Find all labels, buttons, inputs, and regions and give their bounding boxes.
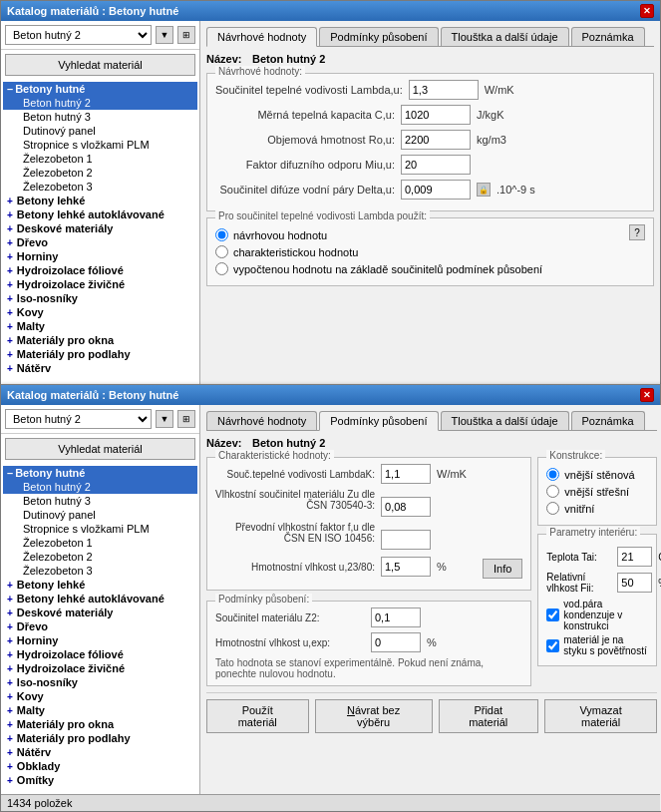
window1-faktor-input[interactable] (401, 155, 471, 175)
window2-item-dutinovy-panel[interactable]: Dutinový panel (3, 508, 197, 522)
window2-tab-podminy[interactable]: Podmínky působení (319, 411, 438, 431)
window2-group-hydrofoliove[interactable]: + Hydroizolace fóliové (3, 647, 197, 661)
window2-vlhkostni-input[interactable] (381, 497, 431, 517)
window2-checkbox1-input[interactable] (546, 609, 559, 621)
window1-tab-navrhove[interactable]: Návrhové hodnoty (206, 27, 317, 47)
window2-prevodni-input[interactable] (381, 530, 431, 550)
window2-group-hydrozivicne[interactable]: + Hydroizolace živičné (3, 661, 197, 675)
window1-tab-tloustka[interactable]: Tlouštka a další údaje (441, 27, 569, 46)
window1-lambda-input[interactable] (409, 80, 479, 100)
window1-item-zelezobeton2[interactable]: Železobeton 2 (3, 166, 197, 180)
window2-pouzit-button[interactable]: Použít materiál (206, 699, 309, 733)
window1-radio-vypoctenou-input[interactable] (215, 262, 228, 275)
window2-sidebar-top: Beton hutný 2 ▼ ⊞ (1, 405, 199, 434)
window2-podminek-title: Podmínky působení: (215, 594, 312, 605)
window1-merna-unit: J/kgK (477, 109, 516, 121)
window2-vymazat-button[interactable]: Vymazat materiál (544, 699, 658, 733)
window2-item-zelezobeton1[interactable]: Železobeton 1 (3, 536, 197, 550)
window1-group-betony-lehke-auto[interactable]: + Betony lehké autoklávované (3, 207, 197, 221)
window2-material-dropdown[interactable]: Beton hutný 2 (5, 409, 152, 429)
window1-search-button[interactable]: Vyhledat materiál (5, 54, 195, 76)
window2-group-natery[interactable]: + Nátěrv (3, 745, 197, 759)
window2-z2-input[interactable] (371, 608, 421, 627)
window2-uexp-input[interactable] (371, 632, 421, 652)
window1-item-zelezobeton1[interactable]: Železobeton 1 (3, 152, 197, 166)
window2-tab-poznamka[interactable]: Poznámka (571, 411, 645, 430)
window1-group-kovy[interactable]: + Kovy (3, 305, 197, 319)
window2-navrat-button[interactable]: Návrat bez výběru (315, 699, 433, 733)
window1-item-zelezobeton3[interactable]: Železobeton 3 (3, 180, 197, 194)
window1-radio-navrhovou-input[interactable] (215, 228, 228, 241)
window2-group-deskove[interactable]: + Deskové materiály (3, 606, 197, 619)
window2-teplota-input[interactable] (617, 547, 652, 567)
window1-merna-input[interactable] (401, 105, 471, 125)
window1-help-button[interactable]: ? (629, 224, 645, 240)
window2-radio-vnitrni-input[interactable] (546, 502, 559, 515)
window2-group-malty[interactable]: + Malty (3, 703, 197, 717)
window2-tab-tloustka[interactable]: Tlouštka a další údaje (441, 411, 569, 430)
window2-item-zelezobeton3[interactable]: Železobeton 3 (3, 564, 197, 578)
window1-tab-poznamka[interactable]: Poznámka (571, 27, 645, 46)
window1-group-betony-hutne[interactable]: – Betony hutné (3, 82, 197, 96)
window1-group-horniny[interactable]: + Horniny (3, 249, 197, 263)
window2-hmotnostni-unit: % (437, 561, 477, 573)
window2-group-omitky[interactable]: + Omítky (3, 773, 197, 787)
window1-close-button[interactable]: ✕ (640, 4, 654, 18)
window2-radio-vnejsi-stenova-input[interactable] (546, 468, 559, 481)
window1-item-stropnice-plm[interactable]: Stropnice s vložkami PLM (3, 138, 197, 152)
window1-delta-input[interactable] (401, 180, 471, 200)
window2-extra-btn[interactable]: ⊞ (177, 410, 195, 428)
window1-item-dutinovy-panel[interactable]: Dutinový panel (3, 124, 197, 138)
window2-group-betony-lehke[interactable]: + Betony lehké (3, 578, 197, 592)
window2-close-button[interactable]: ✕ (640, 388, 654, 402)
window1-item-beton-hutny2-selected[interactable]: Beton hutný 2 (3, 96, 197, 110)
window2-lambdaK-input[interactable] (381, 464, 431, 484)
window1-group-malty[interactable]: + Malty (3, 319, 197, 333)
window1-group-iso[interactable]: + Iso-nosníky (3, 291, 197, 305)
window2-radio-vnejsi-stresni-input[interactable] (546, 485, 559, 498)
window1-objemova-input[interactable] (401, 130, 471, 150)
window2-group-betony-lehke-auto[interactable]: + Betony lehké autoklávované (3, 592, 197, 606)
window1-dropdown-btn[interactable]: ▼ (156, 26, 173, 44)
window2-item-zelezobeton2[interactable]: Železobeton 2 (3, 550, 197, 564)
window1-extra-btn[interactable]: ⊞ (177, 26, 195, 44)
window1-item-beton-hutny3[interactable]: Beton hutný 3 (3, 110, 197, 124)
window1-tab-podminy[interactable]: Podmínky působení (319, 27, 438, 46)
window1-group-hydrozivicne[interactable]: + Hydroizolace živičné (3, 277, 197, 291)
window2-info-button[interactable]: Info (483, 559, 522, 579)
window1-group-deskove[interactable]: + Deskové materiály (3, 221, 197, 235)
window2-relat-input[interactable] (617, 573, 652, 593)
window2-hmotnostni-input[interactable] (381, 557, 431, 577)
window2-group-kovy[interactable]: + Kovy (3, 689, 197, 703)
window2-dropdown-btn[interactable]: ▼ (156, 410, 173, 428)
window2-lambdaK-unit: W/mK (437, 468, 477, 480)
window1-group-drevo[interactable]: + Dřevo (3, 235, 197, 249)
window2-item-stropnice-plm[interactable]: Stropnice s vložkami PLM (3, 522, 197, 536)
window2-group-horniny[interactable]: + Horniny (3, 633, 197, 647)
window1-group-okna[interactable]: + Materiály pro okna (3, 333, 197, 347)
window2-group-okna[interactable]: + Materiály pro okna (3, 717, 197, 731)
window2-group-obklady[interactable]: + Obklady (3, 759, 197, 773)
window2-item-beton-hutny2-selected[interactable]: Beton hutný 2 (3, 480, 197, 494)
window2-name-value: Beton hutný 2 (252, 437, 325, 449)
window1-group-natery[interactable]: + Nátěrv (3, 361, 197, 375)
window2-group-betony-hutne[interactable]: – Betony hutné (3, 466, 197, 480)
window2-group-podlahy[interactable]: + Materiály pro podlahy (3, 731, 197, 745)
window1-material-dropdown[interactable]: Beton hutný 2 (5, 25, 152, 45)
window1-group-betony-lehke[interactable]: + Betony lehké (3, 194, 197, 207)
window2-pridat-button[interactable]: Přidat materiál (439, 699, 538, 733)
window1-group-podlahy[interactable]: + Materiály pro podlahy (3, 347, 197, 361)
window2-item-beton-hutny3[interactable]: Beton hutný 3 (3, 494, 197, 508)
window2-group-drevo[interactable]: + Dřevo (3, 619, 197, 633)
window2-tab-navrhove[interactable]: Návrhové hodnoty (206, 411, 317, 430)
window1-radio-char-input[interactable] (215, 245, 228, 258)
window1-lock-icon[interactable]: 🔒 (477, 183, 491, 197)
window1-group-hydrofoliove[interactable]: + Hydroizolace fóliové (3, 263, 197, 277)
window1-radio-vypoctenou-label: vypočtenou hodnotu na základě součinitel… (233, 263, 542, 275)
window2-titlebar: Katalog materiálů : Betony hutné ✕ (1, 385, 660, 405)
window1-merna-label: Měrná tepelná kapacita C,u: (215, 109, 395, 121)
window2-checkbox2-input[interactable] (546, 639, 559, 652)
window2-search-button[interactable]: Vyhledat materiál (5, 438, 195, 460)
window2-teplota-row: Teplota Tai: C (546, 547, 648, 567)
window2-group-iso[interactable]: + Iso-nosníky (3, 675, 197, 689)
